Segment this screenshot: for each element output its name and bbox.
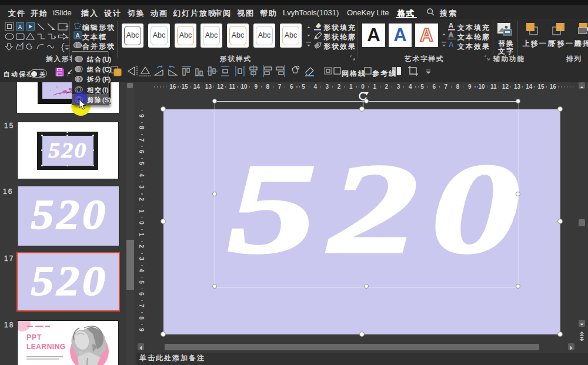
svg-text:PPT: PPT xyxy=(26,333,42,341)
svg-text:LEARNING: LEARNING xyxy=(26,343,66,351)
svg-text:A: A xyxy=(449,41,454,49)
svg-text:A: A xyxy=(18,24,22,30)
svg-text:A: A xyxy=(76,32,80,39)
svg-text:A: A xyxy=(449,31,453,38)
svg-text:A: A xyxy=(449,22,453,29)
